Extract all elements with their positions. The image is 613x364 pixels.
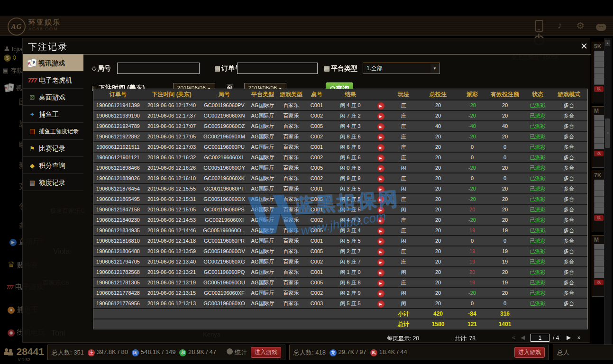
chevron-down-icon: ▼ bbox=[430, 64, 439, 73]
modal-tab-fishing-credit[interactable]: ▤捕鱼王额度记录 bbox=[23, 123, 83, 140]
video-play-icon[interactable]: ▶ bbox=[377, 113, 384, 120]
table-row: 1906061218168102019-06-06 12:14:18GC0011… bbox=[93, 236, 587, 246]
column-header-result: 结果 bbox=[329, 89, 372, 100]
close-icon[interactable]: ✕ bbox=[578, 41, 590, 52]
online-count: 28441 bbox=[16, 346, 44, 357]
modal-tab-match-records[interactable]: ⚑比赛记录 bbox=[23, 140, 83, 157]
enter-game-button[interactable]: 进入游戏 bbox=[514, 347, 545, 358]
video-cards-icon: K♥9 bbox=[27, 59, 36, 67]
platform-selected-value: 1.全部 bbox=[366, 65, 383, 72]
modal-tab-credit-records[interactable]: ▤额度记录 bbox=[23, 174, 83, 191]
room-stats-panel: 总人数: 351 庄 397.8K / 80 闲 548.1K / 149 和 … bbox=[47, 345, 285, 360]
order-number-input[interactable] bbox=[237, 63, 318, 74]
table-row: 1906061217769562019-06-06 12:13:13GC0031… bbox=[93, 299, 587, 309]
platform-type-label: ▤平台类型 bbox=[324, 64, 357, 73]
player-total: 总人数: 351 bbox=[52, 348, 84, 357]
table-row: 1906061217825682019-06-06 12:13:21GC0011… bbox=[93, 267, 587, 278]
scrollbar-thumb[interactable]: ≡ bbox=[605, 118, 610, 148]
bg-room-card: M戏 bbox=[592, 235, 604, 297]
bet-records-table: 订单号下注时间 (美东)局号平台类型游戏类型桌号结果玩法总投注派彩有效投注额状态… bbox=[93, 89, 588, 329]
modal-tab-slots[interactable]: 777电子老虎机 bbox=[23, 72, 83, 89]
first-page-icon[interactable]: « bbox=[512, 334, 515, 341]
video-play-icon[interactable]: ▶ bbox=[377, 238, 384, 245]
table-row: 1906061218349352019-06-06 12:14:46GC0051… bbox=[93, 226, 587, 236]
table-row: 1906061217947052019-06-06 12:13:40GC0021… bbox=[93, 257, 587, 267]
column-header-status: 状态 bbox=[524, 89, 551, 100]
video-play-icon[interactable]: ▶ bbox=[377, 144, 384, 151]
video-play-icon[interactable]: ▶ bbox=[377, 165, 384, 172]
video-play-icon[interactable]: ▶ bbox=[377, 217, 384, 224]
modal-titlebar: 下注记录 ✕ bbox=[23, 38, 591, 55]
column-header-valid: 有效投注额 bbox=[486, 89, 524, 100]
scrollbar-track[interactable] bbox=[604, 38, 612, 358]
video-play-icon[interactable]: ▶ bbox=[377, 248, 384, 255]
stats-icon[interactable] bbox=[227, 348, 233, 355]
modal-tab-fishing[interactable]: ✦捕鱼王 bbox=[23, 106, 83, 123]
total-count-label: 共计: 78 bbox=[455, 335, 476, 343]
table-row: 1906061219228922019-06-06 12:17:05GC0021… bbox=[93, 132, 587, 142]
clipboard-icon: ▤ bbox=[214, 64, 220, 72]
username: fcjia bbox=[12, 46, 23, 53]
page-number-input[interactable]: 1 bbox=[531, 334, 549, 342]
stats-label[interactable]: 统计 bbox=[235, 349, 247, 356]
column-header-order: 订单号 bbox=[93, 89, 143, 100]
modal-tab-video-games[interactable]: K♥9视讯游戏 bbox=[23, 55, 83, 72]
video-play-icon[interactable]: ▶ bbox=[377, 175, 384, 182]
fish-icon: ● bbox=[8, 307, 15, 314]
video-play-icon[interactable]: ▶ bbox=[377, 155, 384, 162]
table-row: 1906061218654952019-06-06 12:15:31GC0051… bbox=[93, 194, 587, 205]
column-header-mode: 游戏模式 bbox=[551, 89, 586, 100]
deposit-icon: ▣ bbox=[3, 67, 9, 74]
dragon-badge: 龙 bbox=[329, 349, 337, 356]
video-play-icon[interactable]: ▶ bbox=[377, 186, 384, 193]
video-play-icon[interactable]: ▶ bbox=[377, 207, 384, 214]
music-icon[interactable]: ♪ bbox=[551, 20, 569, 31]
table-row: 1906061217813052019-06-06 12:13:19GC0051… bbox=[93, 278, 587, 288]
ag-logo: AG bbox=[8, 18, 26, 36]
bg-enter-button: 戏 bbox=[594, 215, 604, 221]
video-play-icon[interactable]: ▶ bbox=[377, 280, 384, 287]
total-row: 总计15801211401 bbox=[93, 319, 587, 329]
video-play-icon[interactable]: ▶ bbox=[377, 228, 384, 235]
column-header-table: 桌号 bbox=[305, 89, 329, 100]
video-play-icon[interactable]: ▶ bbox=[377, 290, 384, 297]
video-play-icon[interactable]: ▶ bbox=[377, 269, 384, 276]
table-row: 1906061219247892019-06-06 12:17:07GC0051… bbox=[93, 121, 587, 132]
room-stats-panel-3: 总人 bbox=[553, 345, 613, 360]
diamond-icon: ◆ bbox=[27, 157, 37, 174]
prev-page-icon[interactable]: ◀ bbox=[521, 334, 525, 341]
sidebar-item-deposit[interactable]: ▣ 存款 bbox=[3, 66, 23, 75]
round-number-input[interactable] bbox=[117, 63, 200, 74]
video-play-icon[interactable]: ▶ bbox=[377, 134, 384, 141]
video-play-icon[interactable]: ▶ bbox=[377, 123, 384, 130]
modal-tab-table-games[interactable]: ⚄桌面游戏 bbox=[23, 89, 83, 106]
settings-gear-icon[interactable]: ⚙ bbox=[571, 20, 589, 31]
enter-game-button[interactable]: 进入游戏 bbox=[251, 347, 281, 358]
bet-table-body: 1906061219413992019-06-06 12:17:40GC0011… bbox=[93, 100, 587, 329]
bg-room-card: M戏 bbox=[592, 106, 604, 168]
balance-value: 0 bbox=[13, 54, 16, 61]
mobile-icon[interactable] bbox=[530, 20, 548, 34]
top-black-strip bbox=[0, 0, 613, 16]
scroll-up-icon[interactable]: ▲ bbox=[605, 40, 610, 46]
video-play-icon[interactable]: ▶ bbox=[377, 196, 384, 203]
column-header-time: 下注时间 (美东) bbox=[143, 89, 201, 100]
video-play-icon[interactable]: ▶ bbox=[377, 259, 384, 266]
platform-type-select[interactable]: 1.全部 ▼ bbox=[363, 63, 440, 74]
video-play-icon[interactable]: ▶ bbox=[377, 102, 384, 109]
list-icon: ▤ bbox=[324, 64, 330, 72]
page-count-label: / 4 bbox=[553, 335, 559, 341]
column-header-bet: 总投注 bbox=[418, 89, 458, 100]
chat-icon[interactable]: ··· bbox=[592, 20, 610, 31]
table-row: 1906061218064882019-06-06 12:13:59GC0051… bbox=[93, 246, 587, 257]
table-row: 1906061218890262019-06-06 12:16:10GC0021… bbox=[93, 173, 587, 184]
sidebar-item-video[interactable]: K♥9视 bbox=[5, 83, 22, 92]
tag-icon: ◇ bbox=[91, 64, 97, 72]
brand-domain: AG88.COM bbox=[28, 26, 61, 33]
player-total-fragment: 总人 bbox=[557, 348, 569, 357]
modal-tab-points[interactable]: ◆积分查询 bbox=[23, 157, 83, 174]
next-page-icon[interactable]: ▶ bbox=[567, 334, 571, 341]
last-page-icon[interactable]: » bbox=[577, 334, 581, 341]
column-header-icon bbox=[372, 89, 389, 100]
video-play-icon[interactable]: ▶ bbox=[377, 300, 384, 308]
